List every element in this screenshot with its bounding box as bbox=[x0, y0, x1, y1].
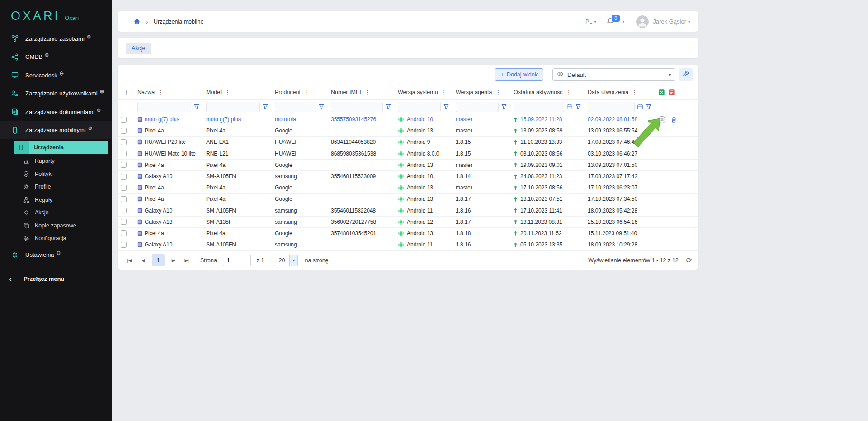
filter-funnel-icon[interactable] bbox=[575, 104, 581, 110]
language-selector[interactable]: PL bbox=[585, 19, 592, 25]
sidebar-item-servicedesk[interactable]: Servicedesk bbox=[0, 66, 112, 85]
filter-funnel-icon[interactable] bbox=[646, 104, 652, 110]
sidebar-item-cmdb[interactable]: CMDB bbox=[0, 48, 112, 66]
row-checkbox[interactable] bbox=[121, 185, 127, 191]
excel-export-icon[interactable] bbox=[658, 89, 665, 96]
sidebar-collapse-toggle[interactable]: ‹ Przełącz menu bbox=[0, 274, 112, 283]
filter-funnel-icon[interactable] bbox=[262, 104, 269, 110]
sidebar-subitem-reguly[interactable]: Reguły bbox=[0, 194, 112, 207]
view-select[interactable]: Default ▾ bbox=[552, 68, 675, 81]
sidebar-item-label: Zarządzanie mobilnymi bbox=[25, 127, 86, 133]
table-row[interactable]: Galaxy A10SM-A105FNsamsung35546011553300… bbox=[118, 171, 698, 182]
home-icon[interactable] bbox=[133, 18, 141, 25]
table-row[interactable]: Pixel 4aPixel 4aGoogleAndroid 13master19… bbox=[118, 160, 698, 171]
filter-input-created[interactable] bbox=[588, 102, 635, 112]
last-page-button[interactable]: ▶| bbox=[181, 255, 193, 266]
row-preview-icon[interactable] bbox=[658, 116, 666, 123]
page-number-input[interactable] bbox=[223, 255, 251, 266]
pdf-export-icon[interactable] bbox=[668, 89, 675, 96]
table-row[interactable]: Galaxy A10SM-A105FNsamsung35546011582204… bbox=[118, 205, 698, 217]
refresh-icon[interactable]: ⟳ bbox=[686, 257, 692, 264]
column-menu-icon[interactable]: ⋮ bbox=[304, 89, 310, 96]
sidebar-subitem-polityki[interactable]: Polityki bbox=[0, 168, 112, 181]
current-page-button[interactable]: 1 bbox=[152, 254, 165, 266]
calendar-icon[interactable] bbox=[566, 104, 573, 110]
filter-input-agent[interactable] bbox=[456, 102, 499, 112]
filter-input-imei[interactable] bbox=[331, 102, 383, 112]
filter-input-vendor[interactable] bbox=[275, 102, 316, 112]
table-row[interactable]: Pixel 4aPixel 4aGoogleAndroid 13master13… bbox=[118, 125, 698, 137]
user-avatar[interactable] bbox=[636, 15, 649, 28]
table-row[interactable]: moto g(7) plusmoto g(7) plusmotorola3555… bbox=[118, 114, 698, 125]
sidebar-subitem-raporty[interactable]: Raporty bbox=[0, 155, 112, 168]
row-checkbox[interactable] bbox=[121, 242, 127, 248]
table-row[interactable]: HUAWEI Mate 10 liteRNE-L21HUAWEI86859803… bbox=[118, 148, 698, 160]
up-arrow-icon bbox=[514, 197, 518, 202]
next-page-button[interactable]: ▶ bbox=[168, 255, 179, 266]
row-checkbox[interactable] bbox=[121, 174, 127, 180]
column-menu-icon[interactable]: ⋮ bbox=[566, 89, 571, 96]
column-menu-icon[interactable]: ⋮ bbox=[225, 89, 231, 96]
column-menu-icon[interactable]: ⋮ bbox=[364, 89, 370, 96]
filter-input-model[interactable] bbox=[206, 102, 260, 112]
filter-funnel-icon[interactable] bbox=[193, 104, 200, 110]
column-menu-icon[interactable]: ⋮ bbox=[158, 89, 164, 96]
table-row[interactable]: Galaxy A10SM-A105FNsamsungAndroid 111.8.… bbox=[118, 239, 698, 251]
sidebar-item-mobilne[interactable]: Zarządzanie mobilnymi bbox=[0, 121, 112, 140]
row-checkbox[interactable] bbox=[121, 219, 127, 225]
filter-funnel-icon[interactable] bbox=[318, 104, 325, 110]
first-page-button[interactable]: |◀ bbox=[124, 255, 135, 266]
table-row[interactable]: Galaxy A13SM-A135Fsamsung356002720127758… bbox=[118, 217, 698, 228]
sidebar-item-uzytkownicy[interactable]: Zarządzanie użytkownikami bbox=[0, 85, 112, 103]
breadcrumb[interactable]: Urządzenia mobilne bbox=[154, 19, 203, 25]
filter-funnel-icon[interactable] bbox=[443, 104, 449, 110]
cell-agent: 1.8.18 bbox=[452, 230, 510, 237]
user-menu-caret-icon[interactable]: ▾ bbox=[688, 19, 690, 24]
add-view-button[interactable]: + Dodaj widok bbox=[495, 68, 543, 81]
up-arrow-icon bbox=[514, 151, 518, 156]
prev-page-button[interactable]: ◀ bbox=[137, 255, 149, 266]
sidebar-subitem-urzadzenia[interactable]: Urządzenia bbox=[14, 141, 108, 154]
eye-icon bbox=[557, 71, 564, 79]
cell-activity: 13.09.2023 08:59 bbox=[510, 128, 584, 134]
sidebar-subitem-konfiguracja[interactable]: Konfiguracja bbox=[0, 232, 112, 245]
row-checkbox[interactable] bbox=[121, 128, 127, 134]
language-caret-icon[interactable]: ▾ bbox=[594, 19, 596, 24]
row-checkbox[interactable] bbox=[121, 196, 127, 202]
akcje-button[interactable]: Akcje bbox=[126, 43, 151, 54]
filter-funnel-icon[interactable] bbox=[501, 104, 507, 110]
notifications-button[interactable]: 0 bbox=[606, 17, 614, 26]
table-settings-button[interactable] bbox=[679, 68, 693, 81]
table-row[interactable]: Pixel 4aPixel 4aGoogleAndroid 131.8.1718… bbox=[118, 194, 698, 205]
row-checkbox[interactable] bbox=[121, 230, 127, 236]
table-row[interactable]: Pixel 4aPixel 4aGoogleAndroid 13master17… bbox=[118, 182, 698, 194]
column-menu-icon[interactable]: ⋮ bbox=[441, 89, 447, 96]
page-size-select[interactable]: 20 ▾ bbox=[274, 255, 298, 266]
row-checkbox[interactable] bbox=[121, 208, 127, 213]
filter-funnel-icon[interactable] bbox=[385, 104, 392, 110]
cell-imei: 355460115533009 bbox=[327, 173, 394, 180]
row-checkbox[interactable] bbox=[121, 117, 127, 123]
row-checkbox[interactable] bbox=[121, 162, 127, 168]
filter-input-name[interactable] bbox=[137, 102, 191, 112]
sidebar-item-ustawienia[interactable]: Ustawienia bbox=[0, 246, 112, 265]
row-checkbox[interactable] bbox=[121, 151, 127, 156]
column-menu-icon[interactable]: ⋮ bbox=[495, 89, 501, 96]
sidebar-item-zasoby[interactable]: Zarządzanie zasobami bbox=[0, 29, 112, 48]
row-checkbox[interactable] bbox=[121, 139, 127, 145]
column-menu-icon[interactable]: ⋮ bbox=[632, 89, 637, 96]
sidebar-subitem-profile[interactable]: Profile bbox=[0, 180, 112, 194]
notifications-caret-icon[interactable]: ▾ bbox=[622, 19, 624, 24]
table-row[interactable]: Pixel 4aPixel 4aGoogle357480103545201And… bbox=[118, 228, 698, 239]
table-row[interactable]: HUAWEI P20 liteANE-LX1HUAWEI863411044053… bbox=[118, 137, 698, 148]
user-name[interactable]: Jarek Gąsior bbox=[653, 18, 686, 25]
sidebar-item-dokumenty[interactable]: Zarządzanie dokumentami bbox=[0, 103, 112, 121]
sidebar-subitem-kopie[interactable]: Kopie zapasowe bbox=[0, 219, 112, 232]
select-all-checkbox[interactable] bbox=[121, 90, 127, 95]
sidebar-subitem-akcje[interactable]: Akcje bbox=[0, 206, 112, 219]
row-delete-icon[interactable] bbox=[670, 116, 677, 123]
filter-input-activity[interactable] bbox=[514, 102, 564, 112]
cell-text: master bbox=[456, 116, 472, 123]
filter-input-system[interactable] bbox=[398, 102, 441, 112]
calendar-icon[interactable] bbox=[637, 104, 643, 110]
